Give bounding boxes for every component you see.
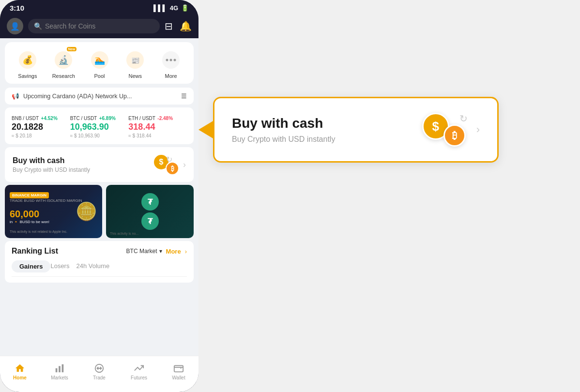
buy-cash-card[interactable]: Buy with cash Buy Crypto with USD instan… [5,147,194,182]
signal-icon: ▌▌▌ [153,4,167,12]
svg-rect-13 [59,366,61,372]
research-icon-wrap: 🔬 New [52,49,75,71]
scan-icon[interactable]: ⊟ [165,20,173,32]
quick-actions-card: 💰 Savings 🔬 New Research 🏊 Pool [5,42,194,84]
market-label: BTC Market [126,248,157,255]
tooltip-arrow [198,121,213,138]
tooltip-coin-stack: $ ↻ ₿ [422,113,466,147]
notification-icon[interactable]: 🔔 [180,20,192,32]
quick-action-more[interactable]: More [160,49,182,79]
banners-row: BINANCE MARGIN TRADE BUSD WITH ISOLATED … [5,185,194,238]
battery-icon: 🔋 [181,4,189,12]
ticker-row: BNB / USDT +4.52% 20.1828 ≈ $ 20.18 BTC … [12,113,187,138]
tooltip-title: Buy with cash [232,116,335,131]
tooltip-bitcoin-icon: ₿ [443,124,466,147]
tab-losers[interactable]: Losers [50,260,76,272]
list-icon: ☰ [181,92,187,100]
banner-binance-label: BINANCE MARGIN [10,192,49,198]
btc-pair: BTC / USDT [70,116,97,121]
phone-content: 💰 Savings 🔬 New Research 🏊 Pool [0,38,198,382]
tooltip-container: Buy with cash Buy Crypto with USD instan… [213,97,499,163]
search-placeholder: Search for Coins [45,22,95,30]
bottom-nav: Home Markets Trade Futures Wallet [0,356,198,392]
research-label: Research [52,73,75,79]
nav-wallet-label: Wallet [172,375,185,380]
tab-24h-volume[interactable]: 24h Volume [76,260,116,272]
banner-disclaimer: This activity is not related to Apple In… [10,230,97,233]
svg-text:💰: 💰 [22,55,33,65]
ranking-header: Ranking List BTC Market ▾ More › [12,247,187,256]
avatar[interactable]: 👤 [7,18,23,34]
banner-margin[interactable]: BINANCE MARGIN TRADE BUSD WITH ISOLATED … [5,185,102,238]
status-icons: ▌▌▌ 4G 🔋 [153,4,189,12]
tooltip-text-area: Buy with cash Buy Crypto with USD instan… [232,116,335,144]
nav-home-label: Home [13,375,27,380]
tooltip-subtitle: Buy Crypto with USD instantly [232,135,335,144]
eth-pair: ETH / USDT [128,116,155,121]
search-bar-row: 👤 🔍 Search for Coins ⊟ 🔔 [0,14,198,38]
btc-price: 10,963.90 [70,122,129,132]
pool-label: Pool [94,73,105,79]
search-icon: 🔍 [34,22,42,30]
svg-text:🏊: 🏊 [94,55,106,65]
ticker-eth[interactable]: ETH / USDT -2.48% 318.44 ≈ $ 318.44 [128,113,187,138]
more-ranking-link[interactable]: More [166,248,181,255]
market-selector[interactable]: BTC Market ▾ [126,248,162,255]
buy-cash-left: Buy with cash Buy Crypto with USD instan… [13,156,90,173]
bnb-price: 20.1828 [12,122,70,132]
status-bar: 3:10 ▌▌▌ 4G 🔋 [0,0,198,14]
ranking-tabs: Gainers Losers 24h Volume [12,260,187,277]
svg-text:📰: 📰 [131,57,140,65]
news-label: News [129,73,142,79]
buy-cash-title: Buy with cash [13,156,90,165]
search-input[interactable]: 🔍 Search for Coins [28,19,160,33]
nav-trade-label: Trade [93,375,106,380]
tooltip-box: Buy with cash Buy Crypto with USD instan… [213,97,499,163]
ranking-section: Ranking List BTC Market ▾ More › Gainers… [5,241,194,283]
tab-gainers[interactable]: Gainers [12,260,50,272]
ticker-btc[interactable]: BTC / USDT +6.89% 10,963.90 ≈ $ 10,963.9… [70,113,129,138]
savings-icon-wrap: 💰 [16,49,39,71]
banner-tether[interactable]: ₮ ₮ This activity is no... [106,185,194,238]
ranking-title: Ranking List [12,247,58,256]
announcement-icon: 📢 [12,92,19,100]
price-ticker: BNB / USDT +4.52% 20.1828 ≈ $ 20.18 BTC … [5,107,194,144]
svg-point-10 [170,59,172,61]
tether-coin-1: ₮ [141,193,159,211]
announcement-text: Upcoming Cardano (ADA) Network Up... [23,93,132,100]
dropdown-icon: ▾ [159,248,162,255]
announcement-bar[interactable]: 📢 Upcoming Cardano (ADA) Network Up... ☰ [5,88,194,105]
nav-wallet[interactable]: Wallet [159,363,198,380]
phone-container: 3:10 ▌▌▌ 4G 🔋 👤 🔍 Search for Coins ⊟ 🔔 💰 [0,0,198,392]
svg-point-11 [174,59,176,61]
nav-markets[interactable]: Markets [40,363,79,380]
nav-futures-label: Futures [131,375,147,380]
buy-cash-subtitle: Buy Crypto with USD instantly [13,166,90,173]
svg-rect-16 [174,366,183,372]
new-badge: New [67,47,76,51]
more-icon-wrap [160,49,182,71]
buy-cash-right: $ ↻ ₿ › [153,154,186,175]
more-quick-label: More [165,73,177,79]
quick-action-savings[interactable]: 💰 Savings [16,49,39,79]
news-icon-wrap: 📰 [124,49,146,71]
btc-change: +6.89% [99,116,116,121]
time-display: 3:10 [10,4,24,12]
quick-action-news[interactable]: 📰 News [124,49,146,79]
eth-change: -2.48% [157,116,173,121]
quick-action-research[interactable]: 🔬 New Research [52,49,75,79]
svg-rect-12 [56,368,58,372]
nav-futures[interactable]: Futures [119,363,159,380]
eth-usd: ≈ $ 318.44 [128,133,187,138]
nav-trade[interactable]: Trade [79,363,119,380]
quick-action-pool[interactable]: 🏊 Pool [89,49,111,79]
bnb-pair: BNB / USDT [12,116,39,121]
tooltip-right: $ ↻ ₿ › [422,113,480,147]
btc-usd: ≈ $ 10,963.90 [70,133,129,138]
ticker-bnb[interactable]: BNB / USDT +4.52% 20.1828 ≈ $ 20.18 [12,113,70,138]
bnb-change: +4.52% [41,116,58,121]
nav-home[interactable]: Home [0,363,40,380]
banner-disc-text-2: This activity is no... [110,232,190,235]
pool-icon-wrap: 🏊 [89,49,111,71]
quick-actions-grid: 💰 Savings 🔬 New Research 🏊 Pool [10,49,189,79]
